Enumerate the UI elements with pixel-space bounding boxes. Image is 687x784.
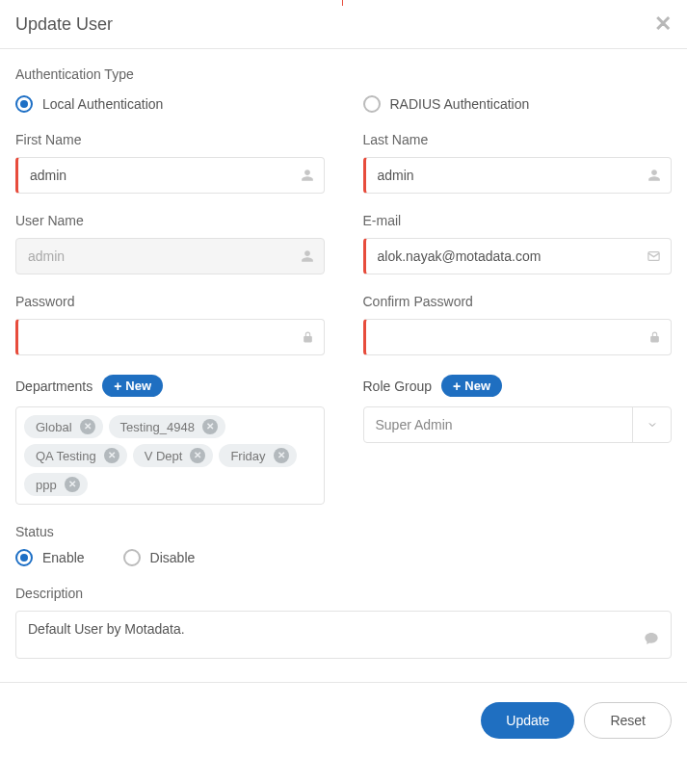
close-icon[interactable]: ✕: [654, 13, 672, 35]
status-enable-label: Enable: [42, 550, 85, 565]
update-button[interactable]: Update: [481, 702, 574, 739]
description-value: Default User by Motadata.: [28, 621, 185, 637]
role-group-label: Role Group: [363, 379, 433, 394]
last-name-input[interactable]: [366, 158, 672, 193]
tag-label: Friday: [230, 449, 265, 463]
tag-remove-icon[interactable]: ✕: [80, 419, 95, 434]
radio-icon: [15, 95, 33, 113]
tag-label: ppp: [36, 478, 57, 492]
tag-remove-icon[interactable]: ✕: [274, 448, 289, 463]
auth-local-option[interactable]: Local Authentication: [15, 95, 325, 113]
tag-label: Global: [36, 420, 72, 434]
auth-radius-label: RADIUS Authentication: [390, 96, 530, 112]
modal-title: Update User: [15, 14, 113, 35]
user-name-input: [16, 239, 324, 274]
radio-icon: [15, 549, 33, 566]
departments-label: Departments: [15, 379, 92, 394]
tag-remove-icon[interactable]: ✕: [104, 448, 119, 463]
modal-body: Authentication Type Local Authentication…: [0, 49, 687, 682]
status-enable-option[interactable]: Enable: [15, 549, 85, 566]
new-label: New: [125, 379, 151, 393]
last-name-field[interactable]: [363, 157, 673, 194]
auth-radius-option[interactable]: RADIUS Authentication: [363, 95, 673, 113]
auth-local-label: Local Authentication: [42, 96, 163, 112]
tag-remove-icon[interactable]: ✕: [190, 448, 205, 463]
password-label: Password: [15, 294, 325, 309]
tag-label: QA Testing: [36, 449, 96, 463]
confirm-password-field[interactable]: [363, 319, 673, 355]
chevron-down-icon[interactable]: [632, 407, 671, 442]
reset-button[interactable]: Reset: [584, 702, 672, 739]
last-name-label: Last Name: [363, 132, 673, 147]
description-label: Description: [15, 586, 672, 601]
status-disable-option[interactable]: Disable: [123, 549, 196, 566]
modal-footer: Update Reset: [0, 682, 687, 758]
radio-icon: [123, 549, 141, 566]
role-group-new-button[interactable]: + New: [441, 375, 502, 397]
plus-icon: +: [453, 379, 461, 393]
confirm-password-input[interactable]: [366, 320, 672, 354]
user-name-label: User Name: [15, 213, 325, 228]
departments-new-button[interactable]: + New: [102, 375, 163, 397]
first-name-field[interactable]: [15, 157, 325, 194]
password-field[interactable]: [15, 319, 325, 355]
confirm-password-label: Confirm Password: [363, 294, 673, 309]
departments-tags[interactable]: Global✕Testing_4948✕QA Testing✕V Dept✕Fr…: [15, 406, 325, 505]
department-tag: Testing_4948✕: [109, 415, 225, 438]
new-label: New: [464, 379, 490, 393]
department-tag: ppp✕: [24, 473, 88, 496]
department-tag: Friday✕: [219, 444, 296, 467]
tag-remove-icon[interactable]: ✕: [202, 419, 218, 434]
role-group-select[interactable]: Super Admin: [363, 406, 673, 443]
plus-icon: +: [114, 379, 121, 393]
first-name-label: First Name: [15, 132, 325, 147]
email-field[interactable]: [363, 238, 673, 274]
radio-icon: [363, 95, 381, 113]
modal-header: Update User ✕: [0, 0, 687, 49]
status-label: Status: [15, 524, 672, 539]
auth-type-label: Authentication Type: [15, 66, 672, 82]
department-tag: QA Testing✕: [24, 444, 127, 467]
tag-remove-icon[interactable]: ✕: [65, 477, 80, 492]
first-name-input[interactable]: [18, 158, 324, 193]
email-label: E-mail: [363, 213, 673, 228]
top-indicator: [342, 0, 343, 6]
speech-bubble-icon: [644, 631, 659, 646]
tag-label: V Dept: [145, 449, 183, 463]
description-field[interactable]: Default User by Motadata.: [15, 611, 672, 659]
tag-label: Testing_4948: [120, 420, 195, 434]
role-group-value: Super Admin: [364, 407, 633, 442]
department-tag: Global✕: [24, 415, 103, 438]
department-tag: V Dept✕: [133, 444, 214, 467]
status-disable-label: Disable: [150, 550, 196, 565]
user-name-field: [15, 238, 325, 274]
email-input[interactable]: [366, 239, 672, 274]
password-input[interactable]: [18, 320, 324, 354]
